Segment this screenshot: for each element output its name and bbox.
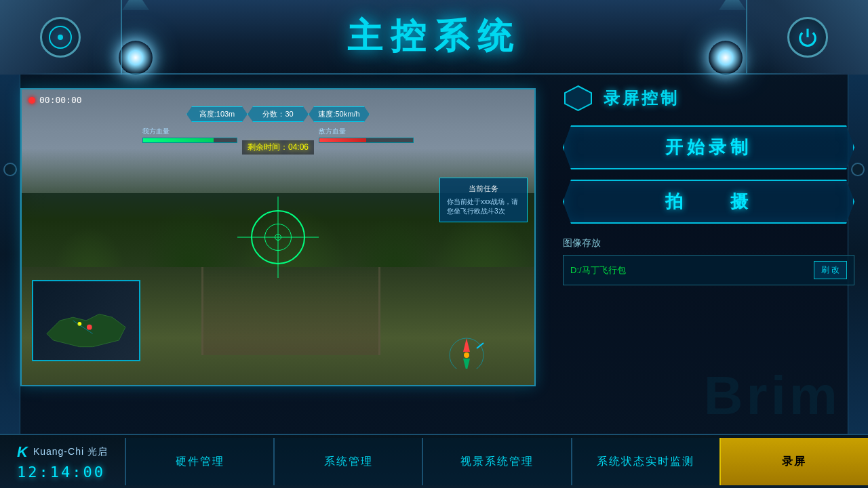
light-beam-left xyxy=(119,41,153,75)
storage-path-row: D:/马丁飞行包 刷 改 xyxy=(563,255,854,285)
video-panel: 00:00:00 高度:103m 分数：30 速度:50km/h 我方血量 xyxy=(0,75,556,434)
page-title: 主控系统 xyxy=(347,13,521,60)
control-panel: 录屏控制 开始录制 拍 摄 图像存放 D:/马丁飞行包 刷 改 xyxy=(556,75,868,434)
logo-k: K xyxy=(17,443,28,461)
content-area: 00:00:00 高度:103m 分数：30 速度:50km/h 我方血量 xyxy=(0,75,868,434)
top-notch-right xyxy=(719,0,746,10)
logo-brand-text: Kuang-Chi 光启 xyxy=(33,446,108,458)
top-notch-left xyxy=(122,0,149,10)
corner-left xyxy=(0,0,122,75)
hex-icon xyxy=(563,85,593,112)
bottom-nav: K Kuang-Chi 光启 12:14:00 硬件管理 系统管理 视景系统管理… xyxy=(0,434,868,488)
section-title: 录屏控制 xyxy=(604,87,679,109)
storage-edit-button[interactable]: 刷 改 xyxy=(814,261,847,279)
logo-clock: 12:14:00 xyxy=(17,464,108,481)
storage-path: D:/马丁飞行包 xyxy=(570,264,807,277)
nav-status[interactable]: 系统状态实时监测 xyxy=(571,438,719,485)
nav-scene[interactable]: 视景系统管理 xyxy=(422,438,570,485)
nav-system[interactable]: 系统管理 xyxy=(273,438,422,485)
nav-buttons: 硬件管理 系统管理 视景系统管理 系统状态实时监测 录屏 xyxy=(125,435,868,488)
logo-brand: K Kuang-Chi 光启 xyxy=(17,443,108,461)
target-icon xyxy=(40,17,81,58)
light-beam-right xyxy=(709,41,743,75)
nav-hardware[interactable]: 硬件管理 xyxy=(125,438,273,485)
section-header: 录屏控制 xyxy=(563,85,854,112)
storage-label: 图像存放 xyxy=(563,237,854,249)
logo-area: K Kuang-Chi 光启 12:14:00 xyxy=(0,443,125,481)
power-button[interactable] xyxy=(787,17,828,58)
video-frame: 00:00:00 高度:103m 分数：30 速度:50km/h 我方血量 xyxy=(20,88,536,386)
main-container: 主控系统 xyxy=(0,0,868,488)
nav-recording[interactable]: 录屏 xyxy=(719,438,868,485)
rail-path xyxy=(201,267,381,356)
start-recording-button[interactable]: 开始录制 xyxy=(563,125,854,169)
storage-section: 图像存放 D:/马丁飞行包 刷 改 xyxy=(563,237,854,285)
capture-button[interactable]: 拍 摄 xyxy=(563,180,854,224)
top-bar: 主控系统 xyxy=(0,0,868,75)
corner-right xyxy=(746,0,868,75)
svg-marker-10 xyxy=(565,86,591,110)
